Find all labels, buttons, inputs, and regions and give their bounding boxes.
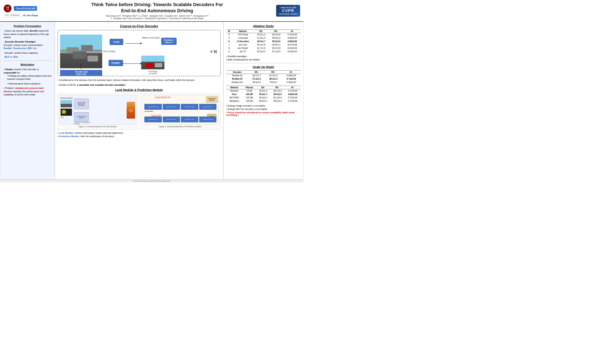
cell-is: 0.74±0.04 (285, 89, 301, 93)
cell-rc: 80.2±3.6 (269, 33, 284, 37)
table-row: 5 +1 Decoder 61.6±1.4 90.8±2.2 0.68±0.04 (226, 37, 301, 40)
ablation-table: ID Method DS↑ RC↑ IS↑ 4 TCP-Head 59.3±1.… (226, 29, 301, 53)
cell-is: 0.58±0.04 (282, 74, 301, 77)
method-tbody: Baseline 78.2M 59.3±1.4 80.2±3.6 0.74±0.… (226, 89, 301, 103)
table-row: 6 +5 Decoders 65.0±1.7 95.5±2.0 0.69±0.0… (226, 40, 301, 43)
look-arch-diagram: Sensor Feature Traj₁ Multi-Scale Deforma… (59, 95, 136, 125)
gru-top-row: Spatial GRU Cell Spatial GRU Cell Spatia… (144, 104, 216, 110)
look-module-title: Look Module & Prediction Module (58, 88, 221, 92)
table-row: Baseline 78.2M 59.3±1.4 80.2±3.6 0.74±0.… (226, 89, 301, 93)
center-bullets: Conditioned on the decision from the pre… (58, 78, 221, 87)
encoder-tbody: ResNet-18 48.7±1.7 81.3±2.2 0.58±0.04 Re… (226, 74, 301, 84)
ablation-col-rc: RC↑ (269, 30, 284, 33)
bottom-bullets: Look Module: retrieve information nearby… (58, 132, 221, 138)
gru-cell-b3: Spatial GRU Cell (181, 117, 198, 122)
cvpr-badge: JUNE 18-22, 2023 CVPR VANCOUVER, CANADA (276, 5, 300, 17)
divider-right (226, 63, 301, 63)
cvpr-location: VANCOUVER, CANADA (279, 13, 298, 15)
throttle-plus: Throttle++ (164, 39, 174, 41)
ablation-bullets: Scalable paradigm Both modules/priors ar… (226, 55, 301, 61)
cell-id: 6 (226, 40, 232, 43)
cell-method: Baseline (226, 89, 243, 93)
table-row: ResNet-101 38.0±4.5 79.9±3.7 0.49±0.02 (226, 81, 301, 84)
motivation-list: Simple module of the decoder is responsi… (3, 68, 52, 96)
pf-bullet-1: Given raw sensor data, directly output t… (4, 29, 52, 39)
paper-title-line1: Think Twice before Driving: Towards Scal… (42, 2, 272, 14)
cell-rc: 93.5±2.1 (269, 43, 284, 47)
cell-id: 4 (226, 33, 232, 37)
predict-box: Predict (108, 60, 123, 66)
cell-is: 0.72±0.04 (285, 96, 301, 99)
cvpr-badge-area: JUNE 18-22, 2023 CVPR VANCOUVER, CANADA (276, 5, 300, 17)
ablation-tbody: 4 TCP-Head 59.3±1.4 80.2±3.6 0.74±0.04 5… (226, 33, 301, 53)
throttle-steer-box: Throttle 0.05 Steer 0.05 (60, 70, 102, 76)
sjtu-text-logo: 上海人工智能实验室 (3, 13, 21, 17)
logo-row-top: 交通大学 OpenDriveLab (3, 4, 38, 13)
oncoming-text: Oncoming (148, 70, 157, 72)
motivation-title: Motivation (3, 63, 52, 66)
scale-up-title: Scale Up Study (226, 65, 301, 69)
cell-id: 5 (226, 37, 232, 40)
gru-cell-3: Spatial GRU Cell (181, 104, 198, 110)
meth-col-param: #Param (243, 86, 256, 89)
fig3-caption: Figure 3. Overall architecture of Look M… (59, 126, 136, 128)
opendrive-logo: OpenDriveLab (14, 6, 37, 11)
cell-method: w/o TF (232, 50, 253, 53)
divider-1 (3, 61, 52, 61)
cell-is: 0.69±0.05 (285, 93, 301, 96)
cell-is: 0.62±0.04 (284, 50, 301, 53)
table-row: 7 w/o Look 62.4±1.8 93.5±2.1 0.67±0.08 (226, 43, 301, 47)
left-panel: Problem Formulation Given raw sensor dat… (0, 22, 55, 179)
table-row: Ours 120.2M 65.0±1.7 95.5±2.0 0.69±0.05 (226, 93, 301, 96)
cam-image-2 (61, 108, 72, 116)
ablation-col-ds: DS↑ (254, 30, 269, 33)
cell-method: MLP/GRU (226, 96, 243, 99)
affiliations: 1. Shanghai Jiao Tong University 2. Shan… (42, 17, 272, 20)
cam-image-1 (61, 100, 72, 107)
sensor-feature-label: Sensor Feature (61, 97, 73, 99)
adjust-label: Adjust Driving Plan (129, 30, 150, 30)
scale-up-method-table: Method #Param DS↑ RC↑ IS↑ Baseline 78.2M… (226, 86, 301, 103)
authors: Xiaosong Jia¹˒², Penghao Wu²˒³, Li Chen²… (42, 14, 272, 17)
sjtu-logo: 交通大学 (3, 4, 12, 13)
cell-param: 78.2M (243, 89, 256, 93)
steer-plus: Steer++ (165, 41, 173, 44)
cvpr-name: CVPR (279, 9, 298, 13)
cell-rc: 80.2±3.6 (270, 89, 285, 93)
cell-method: TCP-Head (232, 33, 253, 37)
cell-ds: 59.4±2.4 (256, 96, 270, 99)
arrow-up (79, 63, 83, 70)
cell-ds: 65.0±1.7 (256, 93, 270, 96)
meth-col-ds: DS↑ (256, 86, 270, 89)
gru-cell-2: Spatial GRU Cell (163, 104, 180, 110)
coarse-fine-title: Coarse-to-Fine Decoder (58, 25, 221, 28)
right-panel: Ablation Study ID Method DS↑ RC↑ IS↑ 4 T… (223, 22, 303, 179)
cell-rc: 95.5±2.0 (269, 40, 284, 43)
current-bev-top: Current BEV (144, 111, 153, 112)
gru-cell-b4: Spatial GRU Cell (199, 117, 217, 122)
center-bullet-1: Conditioned on the decision from the pre… (58, 78, 221, 82)
gru-cell-b2: Spatial GRU Cell (163, 117, 180, 122)
cell-is: 0.74±0.04 (284, 33, 301, 37)
cell-id: 8 (226, 47, 232, 50)
ablation-col-is: IS↑ (284, 30, 301, 33)
ablation-col-method: Method (232, 30, 253, 33)
throttle-value: Throttle 0.05 (75, 71, 87, 73)
fig4-caption: Figure 4. Overall architecture of Predic… (142, 126, 219, 128)
cell-method: Ours (226, 93, 243, 96)
mot-sub-list: Finding out safety-critical regions from… (4, 74, 52, 85)
cell-id: 7 (226, 43, 232, 47)
cell-param: 123.3M (243, 96, 256, 99)
cell-is: 0.73±0.02 (282, 77, 301, 81)
cell-is: 0.63±0.03 (284, 47, 301, 50)
cell-rc: 96.2±3.0 (269, 47, 284, 50)
scale-bullets: Enlarge image encoder is not helpful Enl… (226, 104, 301, 116)
table-row: Backbone 119.3M 58.4±3.1 80.0±3.6 0.73±0… (226, 99, 301, 103)
cell-encoder: ResNet-34 (226, 77, 248, 81)
prediction-module-diagram: Forward Calculate Loss Refinement Module… (140, 93, 221, 130)
gru-cell-4: Spatial GRU Cell (199, 104, 217, 110)
cell-ds: 48.7±1.7 (248, 74, 265, 77)
refinement-block: Refinement Module (206, 96, 218, 103)
ok-to-follow: OK to Follow (103, 50, 115, 53)
better-faster: Better to be Faster (142, 37, 163, 39)
